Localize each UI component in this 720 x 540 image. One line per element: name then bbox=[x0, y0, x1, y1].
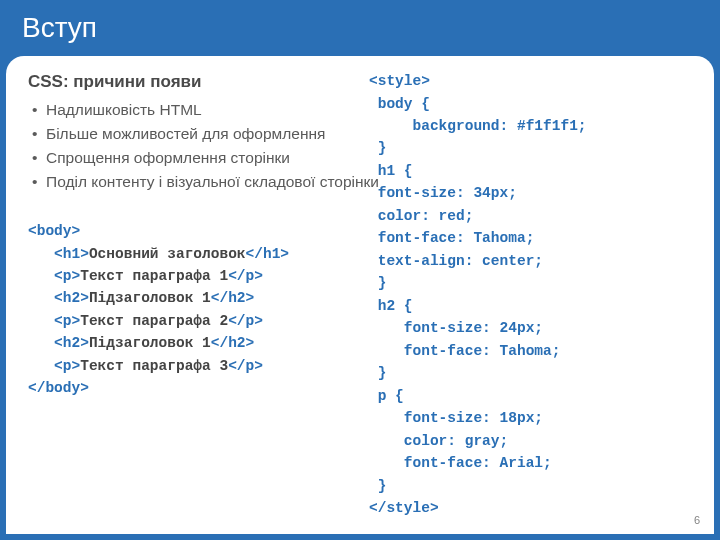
code-line: font-size: 24px; bbox=[369, 320, 543, 336]
code-line: } bbox=[369, 275, 386, 291]
code-line: </style> bbox=[369, 500, 439, 516]
code-line: <style> bbox=[369, 73, 430, 89]
code-line: </p> bbox=[228, 358, 263, 374]
code-line: font-face: Arial; bbox=[369, 455, 552, 471]
code-line: <p> bbox=[28, 358, 80, 374]
slide: Вступ CSS: причини появи Надлишковість H… bbox=[0, 0, 720, 540]
slide-body: CSS: причини появи Надлишковість HTML Бі… bbox=[6, 56, 714, 534]
code-text: Текст параграфа 2 bbox=[80, 313, 228, 329]
code-line: <p> bbox=[28, 268, 80, 284]
code-line: font-face: Tahoma; bbox=[369, 343, 560, 359]
code-line: color: red; bbox=[369, 208, 473, 224]
code-line: <h2> bbox=[28, 290, 89, 306]
code-line: </h2> bbox=[211, 290, 255, 306]
code-line: <body> bbox=[28, 223, 80, 239]
code-line: text-align: center; bbox=[369, 253, 543, 269]
code-line: <p> bbox=[28, 313, 80, 329]
bullet-list: Надлишковість HTML Більше можливостей дл… bbox=[30, 98, 692, 194]
code-text: Текст параграфа 3 bbox=[80, 358, 228, 374]
code-line: h2 { bbox=[369, 298, 413, 314]
code-text: Основний заголовок bbox=[89, 246, 246, 262]
code-columns: <body> <h1>Основний заголовок</h1> <p>Те… bbox=[28, 220, 692, 519]
code-line: </p> bbox=[228, 268, 263, 284]
bullet-item: Більше можливостей для оформлення bbox=[30, 122, 692, 146]
bullet-item: Надлишковість HTML bbox=[30, 98, 692, 122]
code-text: Підзаголовок 1 bbox=[89, 290, 211, 306]
code-line: </body> bbox=[28, 380, 89, 396]
code-text: Текст параграфа 1 bbox=[80, 268, 228, 284]
code-line: </h2> bbox=[211, 335, 255, 351]
slide-title: Вступ bbox=[0, 0, 720, 52]
bullet-item: Спрощення оформлення сторінки bbox=[30, 146, 692, 170]
code-text: Підзаголовок 1 bbox=[89, 335, 211, 351]
code-line: <h1> bbox=[28, 246, 89, 262]
bullet-item: Поділ контенту і візуальної складової ст… bbox=[30, 170, 692, 194]
code-line: color: gray; bbox=[369, 433, 508, 449]
code-line: font-size: 18px; bbox=[369, 410, 543, 426]
code-block-html: <body> <h1>Основний заголовок</h1> <p>Те… bbox=[28, 220, 351, 519]
code-line: </h1> bbox=[246, 246, 290, 262]
page-number: 6 bbox=[694, 514, 700, 526]
code-line: } bbox=[369, 365, 386, 381]
code-line: } bbox=[369, 478, 386, 494]
code-line: <h2> bbox=[28, 335, 89, 351]
code-line: p { bbox=[369, 388, 404, 404]
code-line: font-face: Tahoma; bbox=[369, 230, 534, 246]
code-line: </p> bbox=[228, 313, 263, 329]
